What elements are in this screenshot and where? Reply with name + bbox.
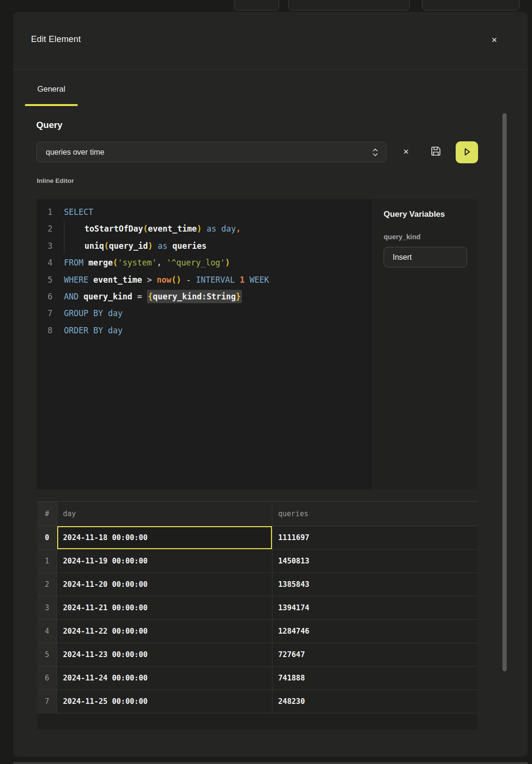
day-cell[interactable]: 2024-11-20 00:00:00: [57, 573, 272, 596]
code-line: 7GROUP BY day: [36, 305, 373, 322]
query-heading: Query: [36, 120, 63, 130]
column-header-index: #: [37, 502, 57, 526]
save-icon: [430, 146, 441, 158]
code-token: [83, 258, 88, 267]
row-index-cell: 6: [37, 667, 57, 690]
day-cell[interactable]: 2024-11-23 00:00:00: [57, 643, 272, 666]
queries-cell[interactable]: 1284746: [272, 620, 478, 643]
column-header-day: day: [57, 502, 272, 526]
row-index-cell: 7: [37, 690, 57, 713]
query-select[interactable]: queries over time: [36, 142, 386, 162]
modal-title: Edit Element: [31, 34, 81, 44]
code-token: [245, 275, 250, 285]
code-token: query_id: [109, 241, 148, 251]
close-icon: ✕: [491, 36, 498, 44]
modal-scrollbar[interactable]: [502, 113, 507, 671]
row-index-cell: 3: [37, 596, 57, 619]
code-token: [167, 241, 172, 251]
edit-element-modal: Edit Element ✕ General Query queries ove…: [13, 12, 528, 757]
code-line: 6AND query_kind = {query_kind:String}: [36, 288, 373, 305]
results-table: # day queries 02024-11-18 00:00:00111169…: [37, 501, 478, 730]
code-text: FROM merge('system', '^query_log'): [52, 255, 230, 271]
table-row[interactable]: 32024-11-21 00:00:001394174: [37, 596, 478, 620]
code-token: [88, 326, 93, 335]
code-token: merge: [88, 258, 113, 267]
line-number: 7: [36, 305, 52, 322]
code-line: 4FROM merge('system', '^query_log'): [36, 255, 373, 271]
code-token: [153, 241, 157, 251]
inline-editor-label: Inline Editor: [37, 177, 74, 184]
code-token: >: [142, 275, 157, 285]
save-query-button[interactable]: [426, 142, 445, 161]
inline-editor: 1SELECT2 toStartOfDay(event_time) as day…: [36, 199, 478, 489]
day-cell[interactable]: 2024-11-24 00:00:00: [57, 667, 272, 690]
day-cell[interactable]: 2024-11-19 00:00:00: [57, 550, 272, 573]
run-query-button[interactable]: [456, 141, 478, 163]
code-token: (: [143, 224, 148, 233]
code-token: ): [225, 258, 230, 267]
table-row[interactable]: 62024-11-24 00:00:00741888: [37, 667, 478, 690]
queries-cell[interactable]: 741888: [272, 667, 478, 690]
code-editor[interactable]: 1SELECT2 toStartOfDay(event_time) as day…: [36, 199, 373, 489]
code-token: [79, 292, 83, 301]
code-token: [216, 224, 221, 233]
line-number: 4: [36, 255, 52, 271]
close-button[interactable]: ✕: [487, 33, 501, 47]
query-variables-panel: Query Variables query_kind Insert: [373, 199, 478, 489]
queries-cell[interactable]: 1385843: [272, 573, 478, 596]
code-text: ORDER BY day: [52, 322, 123, 339]
table-row[interactable]: 22024-11-20 00:00:001385843: [37, 573, 478, 596]
code-text: AND query_kind = {query_kind:String}: [52, 288, 242, 305]
query-variable-chip: {query_kind:String}: [147, 290, 242, 303]
table-row[interactable]: 52024-11-23 00:00:00727647: [37, 643, 478, 667]
day-cell[interactable]: 2024-11-21 00:00:00: [57, 596, 272, 619]
code-token: SELECT: [64, 207, 93, 217]
code-token: [235, 275, 240, 285]
queries-cell[interactable]: 727647: [272, 643, 478, 666]
code-token: as: [158, 241, 167, 251]
queries-cell[interactable]: 1394174: [272, 596, 478, 619]
table-row[interactable]: 42024-11-22 00:00:001284746: [37, 620, 478, 643]
table-row[interactable]: 02024-11-18 00:00:001111697: [37, 526, 478, 550]
background-element: [234, 0, 279, 11]
code-text: GROUP BY day: [52, 305, 123, 322]
code-token: as: [207, 224, 216, 233]
table-header-row: # day queries: [37, 501, 478, 526]
play-icon: [461, 146, 473, 159]
code-line: 5WHERE event_time > now() - INTERVAL 1 W…: [36, 272, 373, 288]
code-token: query_kind: [83, 292, 132, 301]
code-token: BY: [93, 308, 103, 318]
code-token: ORDER: [64, 326, 88, 335]
code-token: }: [236, 292, 240, 301]
tab-active-underline: [25, 104, 78, 106]
day-cell[interactable]: 2024-11-18 00:00:00: [57, 526, 272, 549]
queries-cell[interactable]: 248230: [272, 690, 478, 713]
code-line: 2 toStartOfDay(event_time) as day,: [36, 221, 373, 237]
table-row[interactable]: 72024-11-25 00:00:00248230: [37, 690, 478, 713]
code-token: toStartOfDay: [84, 224, 143, 233]
row-index-cell: 0: [37, 526, 57, 549]
query-select-value: queries over time: [46, 148, 104, 157]
code-token: -: [181, 275, 196, 285]
table-row[interactable]: 12024-11-19 00:00:001450813: [37, 550, 478, 573]
row-index-cell: 4: [37, 620, 57, 643]
code-token: event_time: [148, 224, 197, 233]
queries-cell[interactable]: 1450813: [272, 550, 478, 573]
clear-query-button[interactable]: ✕: [396, 142, 416, 161]
code-token: uniq: [84, 241, 104, 251]
code-token: 1: [240, 275, 245, 285]
day-cell[interactable]: 2024-11-25 00:00:00: [57, 690, 272, 713]
row-index-cell: 1: [37, 550, 57, 573]
insert-variable-button[interactable]: Insert: [384, 247, 467, 267]
tab-general[interactable]: General: [25, 85, 78, 94]
line-number: 3: [36, 238, 52, 255]
day-cell[interactable]: 2024-11-22 00:00:00: [57, 620, 272, 643]
code-token: WHERE: [64, 275, 88, 285]
queries-cell[interactable]: 1111697: [272, 526, 478, 549]
line-number: 1: [36, 204, 52, 221]
code-token: WEEK: [250, 275, 269, 285]
code-token: (: [104, 241, 109, 251]
code-token: [64, 238, 84, 255]
code-text: toStartOfDay(event_time) as day,: [52, 221, 241, 237]
code-token: GROUP: [64, 308, 88, 318]
